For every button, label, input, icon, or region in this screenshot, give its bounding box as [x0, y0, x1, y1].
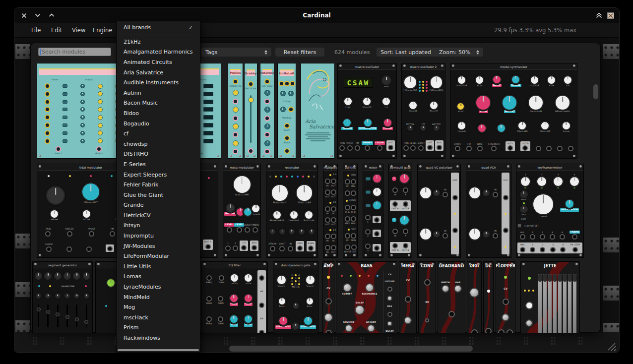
- module-flopper[interactable]: FLOPPERCVIN: [496, 261, 515, 333]
- menu-item-fehler-fabrik[interactable]: Fehler Fabrik: [117, 180, 200, 190]
- module-grabby[interactable]: GrabbyGrabbyExt. Scale: [244, 63, 257, 159]
- module-dc[interactable]: DC: [483, 261, 494, 333]
- close-icon[interactable]: [20, 12, 27, 19]
- menu-item-distrho[interactable]: DISTRHO: [117, 149, 200, 160]
- menu-item-cf[interactable]: cf: [117, 128, 200, 139]
- module-keyframer-mixer[interactable]: keyframer/mixer1234ADDDELEDITFRAMEMODULA…: [516, 164, 584, 258]
- menu-item-mog[interactable]: Mog: [117, 302, 200, 312]
- module-multiples[interactable]: multiples1:3INOUTOUTOUT3:1ININOUTOUT1:1I…: [323, 164, 338, 258]
- module-utilities[interactable]: utilitiesSIGNININVLOGICIN AIN BMAXMINS&H…: [343, 164, 358, 258]
- module-segment-generator[interactable]: segment generatorSHAPE/TIMEGATE: [32, 261, 93, 333]
- menu-item-lifeformmodular[interactable]: LifeFormModular: [117, 251, 200, 261]
- button: [63, 100, 67, 104]
- module-deadband[interactable]: DEADBANDWIDTHGAP: [438, 261, 465, 333]
- broken-image-icon[interactable]: [607, 12, 614, 19]
- button[interactable]: [525, 302, 533, 309]
- menu-item-all-brands[interactable]: All brands ✓: [117, 21, 200, 34]
- menu-item-chowdsp[interactable]: chowdsp: [117, 139, 200, 149]
- module-dual-dynamics-gate[interactable]: dual dynamics gateSHAPEMETERSHAPEMODMODL…: [273, 261, 318, 333]
- menu-item-bidoo[interactable]: Bidoo: [117, 108, 200, 119]
- module-macro-oscillator[interactable]: macro oscillatorCSAWEDITFINECOARSEFMTIMB…: [337, 63, 397, 159]
- jack: [233, 79, 238, 84]
- menu-item-ihtsyn[interactable]: ihtsyn: [117, 221, 200, 231]
- chevron-down-icon[interactable]: [34, 12, 41, 19]
- led: [573, 186, 575, 188]
- menu-item-autinn[interactable]: Autinn: [117, 88, 200, 98]
- menubar-item-file[interactable]: File: [29, 23, 43, 38]
- double-chevron-up-icon[interactable]: [595, 12, 602, 19]
- menu-item-mindmeld[interactable]: MindMeld: [117, 292, 200, 303]
- chevron-up-icon[interactable]: [48, 12, 55, 19]
- slider-handle[interactable]: [248, 97, 253, 103]
- menu-item-rackwindows[interactable]: Rackwindows: [117, 333, 200, 343]
- screw: [469, 263, 471, 265]
- jack: [237, 227, 242, 233]
- resize-handle-icon[interactable]: [606, 341, 617, 352]
- performance-stats: 29.9 fps 3.3% avg 5.3% max: [494, 23, 576, 38]
- menu-item-amalgamated-harmonics[interactable]: Amalgamated Harmonics: [117, 47, 200, 58]
- menu-item-lomas[interactable]: Lomas: [117, 272, 200, 282]
- menu-item-bacon-music[interactable]: Bacon Music: [117, 98, 200, 109]
- search-input[interactable]: [38, 48, 111, 56]
- slider-track[interactable]: [76, 304, 77, 327]
- knob: [98, 107, 103, 112]
- module-eq-filter[interactable]: EQ filterHPBPLPFREQGAINFREQGAINFREQGAINF…: [201, 261, 268, 333]
- module-pokies[interactable]: PokiesPokiesGlobal Trig: [228, 63, 243, 159]
- module-macro-oscillator-2[interactable]: macro oscillator 2FREQUENCYHARMONICSTIMB…: [401, 63, 445, 159]
- menu-item-hetrickcv[interactable]: HetrickCV: [117, 210, 200, 221]
- menu-item-grande[interactable]: Grande: [117, 200, 200, 211]
- menu-item-e-series[interactable]: E-Series: [117, 159, 200, 170]
- menu-item-bogaudio[interactable]: Bogaudio: [117, 119, 200, 129]
- module-bass[interactable]: BASSCVCUTOFFRESDECAYCUTOFFRESONANCEDECAY…: [336, 261, 397, 333]
- module-resonator[interactable]: resonatorFREQUENCYSTRUCTUREBRIGHTNESSDAM…: [266, 164, 318, 258]
- slider-track[interactable]: [86, 304, 87, 327]
- module-bernoulli-gate[interactable]: bernoulli gate1INPOUT AOUT B2INPOUT AOUT…: [388, 164, 412, 258]
- menu-scrollbar[interactable]: [118, 349, 199, 351]
- reset-filters-button[interactable]: Reset filters: [275, 48, 324, 57]
- menu-item-aria-salvatrice[interactable]: Aria Salvatrice: [117, 67, 200, 78]
- module-meta-modulator[interactable]: meta modulatorALGORITHMINT. OSCTIMBRELEV…: [223, 164, 261, 258]
- menu-item-glue-the-giant[interactable]: Glue the Giant: [117, 190, 200, 200]
- menu-item-little-utils[interactable]: Little Utils: [117, 261, 200, 272]
- knob: [51, 210, 58, 218]
- module-modal-synthesizer[interactable]: modal synthesizerCONTOURBOWBLOWSTRIKECOA…: [450, 63, 577, 159]
- control-group: CV: [497, 287, 514, 291]
- control-group: DAMPING: [517, 122, 527, 133]
- module-mixer[interactable]: mixer123: [363, 164, 383, 258]
- slider-track[interactable]: [47, 304, 49, 327]
- menubar-item-edit[interactable]: Edit: [49, 23, 64, 38]
- menu-item-animated-circuits[interactable]: Animated Circuits: [117, 57, 200, 67]
- vertical-scrollbar[interactable]: [593, 84, 598, 99]
- slider-track[interactable]: [57, 304, 59, 327]
- titlebar[interactable]: Cardinal: [14, 8, 619, 23]
- menu-item-lyraemodules[interactable]: LyraeModules: [117, 282, 200, 292]
- module-digi[interactable]: DIGI: [467, 261, 482, 333]
- menu-item-jw-modules[interactable]: JW-Modules: [117, 241, 200, 251]
- module-mera[interactable]: MERACV: [399, 261, 417, 333]
- jack: [331, 245, 336, 250]
- module-rotatoes[interactable]: RotatoesRotatoesExt. Scale: [260, 63, 274, 159]
- menu-item-impromptu[interactable]: Impromptu: [117, 231, 200, 241]
- menu-item-21khz[interactable]: 21kHz: [117, 37, 200, 47]
- menu-item-prism[interactable]: Prism: [117, 323, 200, 333]
- slider-track[interactable]: [66, 304, 68, 327]
- tags-dropdown[interactable]: Tags: [201, 48, 271, 57]
- zoom-dropdown[interactable]: Zoom: 50%: [435, 48, 483, 57]
- switch[interactable]: [517, 224, 521, 228]
- control-group: CV: [400, 279, 415, 282]
- module-quad-vc-polarizer[interactable]: quad VC-polarizerOUTININ: [417, 164, 461, 258]
- slider-track[interactable]: [38, 304, 39, 327]
- menu-item-expert-sleepers[interactable]: Expert Sleepers: [117, 170, 200, 180]
- menubar-item-engine[interactable]: Engine: [91, 23, 114, 38]
- menubar-item-view[interactable]: View: [70, 23, 87, 38]
- module-panel[interactable]: AriaSalvatrice: [301, 63, 335, 159]
- module-amp[interactable]: AMPCVIN: [322, 261, 334, 333]
- module-conv[interactable]: CONV5V: [418, 261, 436, 333]
- module-undular[interactable]: UnDuLaRUnDuLaRX StepPaddingZoomAlpha: [277, 63, 296, 159]
- horizontal-scrollbar[interactable]: [229, 346, 473, 352]
- module-quad-vca[interactable]: quad VCAOUTININ: [466, 164, 511, 258]
- jack: [331, 206, 336, 212]
- module-jette[interactable]: JETTE5V/OCT: [520, 261, 580, 333]
- menu-item-mschack[interactable]: mscHack: [117, 312, 200, 323]
- menu-item-audible-instruments[interactable]: Audible Instruments: [117, 77, 200, 88]
